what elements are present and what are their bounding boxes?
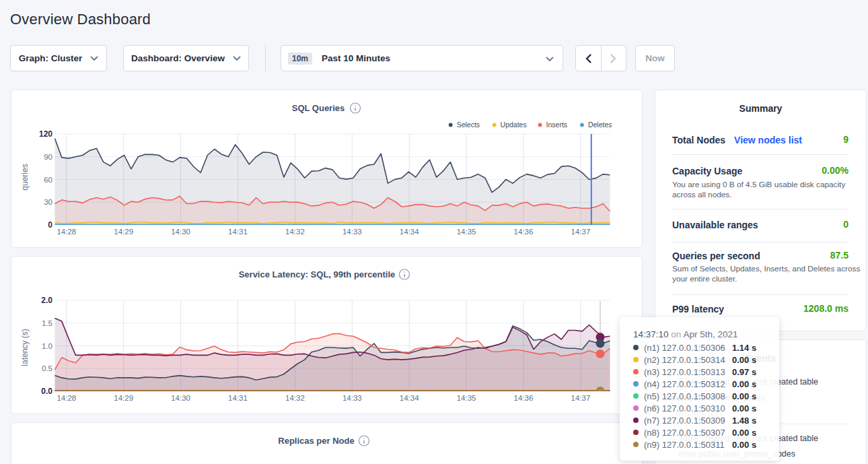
svg-text:14:36: 14:36 bbox=[514, 394, 534, 402]
svg-text:14:29: 14:29 bbox=[114, 394, 133, 402]
svg-text:Service Latency: SQL, 99th per: Service Latency: SQL, 99th percentile bbox=[239, 269, 396, 279]
svg-text:14:30: 14:30 bbox=[171, 228, 190, 236]
svg-text:14:31: 14:31 bbox=[228, 228, 248, 236]
svg-text:2.0: 2.0 bbox=[41, 296, 52, 305]
svg-text:120: 120 bbox=[39, 129, 52, 139]
svg-text:14:37: 14:37 bbox=[571, 228, 591, 236]
svg-text:Selects: Selects bbox=[457, 121, 480, 129]
svg-text:14:34: 14:34 bbox=[400, 394, 419, 402]
svg-text:60: 60 bbox=[44, 176, 52, 184]
svg-text:Inserts: Inserts bbox=[546, 121, 568, 129]
svg-text:14:32: 14:32 bbox=[285, 228, 305, 236]
svg-text:SQL Queries: SQL Queries bbox=[292, 103, 345, 113]
svg-text:14:36: 14:36 bbox=[514, 228, 534, 236]
svg-text:14:34: 14:34 bbox=[400, 228, 419, 236]
svg-text:1.5: 1.5 bbox=[42, 319, 52, 327]
svg-text:14:33: 14:33 bbox=[342, 394, 362, 402]
svg-text:latency (s): latency (s) bbox=[20, 329, 30, 366]
svg-text:0.5: 0.5 bbox=[42, 364, 52, 372]
svg-text:0: 0 bbox=[48, 220, 52, 230]
svg-text:30: 30 bbox=[44, 198, 52, 206]
svg-text:14:35: 14:35 bbox=[457, 228, 476, 236]
svg-text:Replicas per Node: Replicas per Node bbox=[278, 436, 354, 446]
svg-text:Deletes: Deletes bbox=[588, 121, 612, 129]
svg-text:14:28: 14:28 bbox=[57, 228, 76, 236]
svg-text:Updates: Updates bbox=[501, 121, 527, 129]
svg-text:14:32: 14:32 bbox=[285, 394, 305, 402]
svg-text:14:37: 14:37 bbox=[571, 394, 591, 402]
svg-text:14:33: 14:33 bbox=[342, 228, 362, 236]
svg-text:14:29: 14:29 bbox=[114, 228, 133, 236]
svg-text:queries: queries bbox=[20, 164, 30, 190]
svg-text:14:35: 14:35 bbox=[457, 394, 476, 402]
svg-text:14:31: 14:31 bbox=[228, 394, 248, 402]
svg-text:0.0: 0.0 bbox=[41, 387, 52, 396]
svg-text:14:28: 14:28 bbox=[57, 394, 76, 402]
svg-text:1.0: 1.0 bbox=[42, 342, 52, 350]
svg-text:90: 90 bbox=[44, 153, 52, 161]
svg-text:14:30: 14:30 bbox=[171, 394, 190, 402]
